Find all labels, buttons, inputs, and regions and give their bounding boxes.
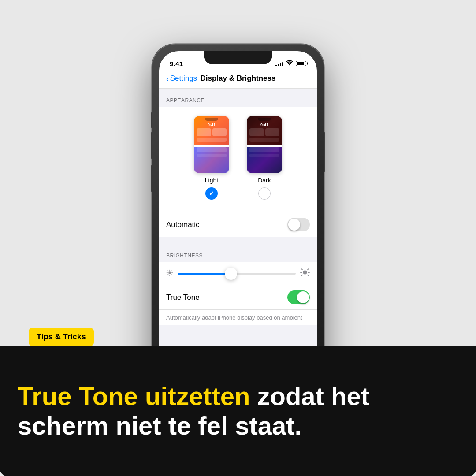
- true-tone-label: True Tone: [166, 293, 200, 302]
- svg-line-5: [167, 271, 168, 271]
- svg-line-14: [301, 269, 302, 270]
- brightness-high-icon: [300, 268, 310, 279]
- svg-point-0: [168, 271, 171, 274]
- back-chevron-icon: ‹: [166, 74, 169, 83]
- automatic-row: Automatic: [159, 212, 317, 237]
- light-mode-radio[interactable]: ✓: [205, 187, 218, 200]
- brightness-slider-fill: [178, 273, 231, 275]
- svg-line-8: [171, 271, 171, 271]
- automatic-toggle[interactable]: [287, 218, 310, 231]
- caption-text: True Tone uitzetten zodat het scherm nie…: [18, 382, 458, 440]
- automatic-label: Automatic: [166, 220, 200, 229]
- svg-line-16: [301, 275, 302, 276]
- dark-mode-option[interactable]: 9:41: [247, 116, 282, 200]
- brightness-low-icon: [166, 269, 173, 278]
- true-tone-row: True Tone: [159, 285, 317, 309]
- light-preview-top: 9:41: [194, 116, 229, 145]
- battery-icon: [296, 61, 306, 66]
- dark-preview-top: 9:41: [247, 116, 282, 145]
- svg-line-7: [167, 274, 168, 275]
- svg-point-9: [303, 270, 307, 274]
- svg-line-15: [308, 275, 309, 276]
- scene: 9:41: [0, 0, 476, 476]
- brightness-slider-thumb: [225, 268, 237, 280]
- back-button[interactable]: ‹ Settings: [166, 74, 197, 83]
- light-mode-preview: 9:41: [194, 116, 229, 173]
- volume-up-button: [151, 132, 152, 159]
- tips-tricks-badge: Tips & Tricks: [29, 328, 94, 346]
- dark-preview-time: 9:41: [249, 122, 279, 127]
- status-time: 9:41: [170, 60, 183, 67]
- appearance-section: 9:41: [159, 107, 317, 212]
- true-tone-subtitle: Automatically adapt iPhone display based…: [166, 314, 302, 321]
- dark-mode-preview: 9:41: [247, 116, 282, 173]
- brightness-slider[interactable]: [178, 273, 296, 275]
- appearance-options: 9:41: [166, 116, 310, 200]
- light-mode-option[interactable]: 9:41: [194, 116, 229, 200]
- silent-switch: [151, 112, 152, 128]
- wifi-icon: [286, 60, 293, 67]
- signal-icon: [275, 61, 283, 66]
- dark-mode-label: Dark: [258, 177, 271, 184]
- nav-title: Display & Brightness: [201, 74, 276, 83]
- caption-bar: True Tone uitzetten zodat het scherm nie…: [0, 346, 476, 476]
- true-tone-subtitle-row: Automatically adapt iPhone display based…: [159, 309, 317, 325]
- back-label[interactable]: Settings: [170, 74, 197, 83]
- nav-bar: ‹ Settings Display & Brightness: [159, 71, 317, 89]
- power-button: [324, 132, 325, 172]
- svg-line-6: [171, 274, 171, 275]
- brightness-slider-row: [159, 262, 317, 285]
- svg-line-17: [308, 269, 309, 270]
- appearance-section-header: APPEARANCE: [159, 89, 317, 107]
- true-tone-toggle[interactable]: [287, 290, 310, 304]
- light-mode-label: Light: [205, 177, 218, 184]
- brightness-section-header: BRIGHTNESS: [159, 244, 317, 262]
- notch: [204, 51, 272, 64]
- dark-mode-radio[interactable]: [258, 187, 271, 200]
- volume-down-button: [151, 165, 152, 192]
- checkmark-icon: ✓: [209, 190, 214, 197]
- light-preview-bottom: [194, 147, 229, 173]
- status-icons: [275, 60, 306, 67]
- brightness-section: BRIGHTNESS: [159, 244, 317, 325]
- dark-preview-bottom: [247, 147, 282, 173]
- light-preview-time: 9:41: [197, 122, 227, 127]
- caption-highlight: True Tone uitzetten: [18, 382, 250, 410]
